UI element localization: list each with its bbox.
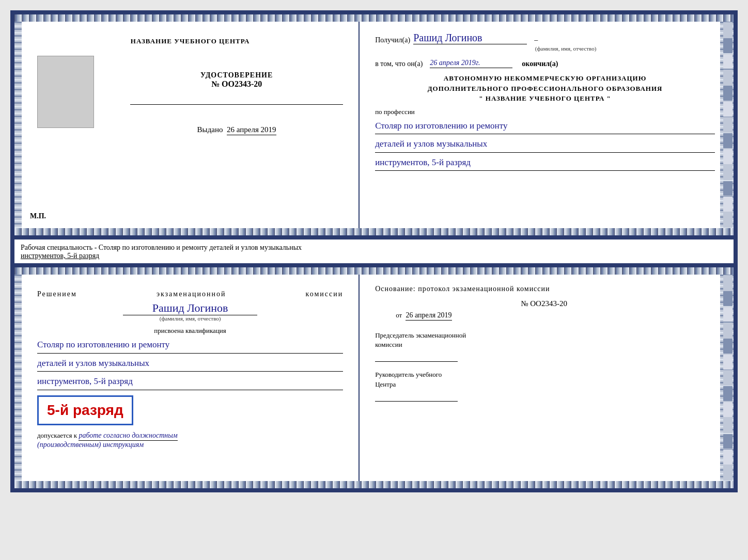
school-name-top: НАЗВАНИЕ УЧЕБНОГО ЦЕНТРА bbox=[131, 37, 250, 45]
head-signature-line bbox=[375, 391, 458, 402]
from-date-bottom: от 26 апреля 2019 bbox=[396, 311, 713, 321]
fio-sublabel-bottom: (фамилия, имя, отчество) bbox=[37, 315, 343, 322]
qualification-label: присвоена квалификация bbox=[154, 327, 226, 335]
org-line1: АВТОНОМНУЮ НЕКОММЕРЧЕСКУЮ ОРГАНИЗАЦИЮ bbox=[375, 73, 715, 84]
grade-box: 5-й разряд bbox=[37, 395, 133, 425]
bottom-right-panel: Основание: протокол экзаменационной коми… bbox=[360, 275, 734, 481]
profession-line1-top: Столяр по изготовлению и ремонту bbox=[375, 118, 715, 135]
bottom-cert-bottom-stripe bbox=[14, 481, 734, 488]
middle-label-underline: инструментов, 5-й разряд bbox=[21, 252, 99, 260]
chairman-signature-line bbox=[375, 351, 458, 362]
date-line: в том, что он(а) 26 апреля 2019г. окончи… bbox=[375, 59, 715, 68]
issued-label: Выдано bbox=[197, 125, 223, 134]
received-label: Получил(а) bbox=[375, 36, 410, 44]
finished-label: окончил(а) bbox=[522, 60, 558, 68]
page-wrapper: НАЗВАНИЕ УЧЕБНОГО ЦЕНТРА УДОСТОВЕРЕНИЕ №… bbox=[10, 10, 738, 492]
qual-line3: инструментов, 5-й разряд bbox=[37, 374, 343, 390]
date-label: в том, что он(а) bbox=[375, 60, 423, 68]
profession-line2-top: деталей и узлов музыкальных bbox=[375, 136, 715, 153]
допускается-block: допускается к работе согласно должностны… bbox=[37, 431, 178, 449]
qual-line2: деталей и узлов музыкальных bbox=[37, 356, 343, 372]
osnov-title: Основание: протокол экзаменационной коми… bbox=[375, 285, 713, 293]
bottom-side-stripes bbox=[722, 275, 734, 481]
bottom-recipient-block: Рашид Логинов (фамилия, имя, отчество) bbox=[37, 301, 343, 322]
issued-line: Выдано 26 апреля 2019 bbox=[130, 125, 343, 135]
bottom-left-panel: Решением экзаменационной комиссии Рашид … bbox=[14, 275, 360, 481]
bottom-recipient-name: Рашид Логинов bbox=[123, 301, 257, 315]
profession-label-top: по профессии bbox=[375, 108, 715, 116]
issued-date: 26 апреля 2019 bbox=[227, 125, 276, 135]
chairman-label2: комиссии bbox=[375, 340, 713, 349]
cert-label: УДОСТОВЕРЕНИЕ bbox=[130, 71, 343, 79]
head-label: Руководитель учебного bbox=[375, 370, 713, 379]
mp-label: М.П. bbox=[30, 212, 46, 220]
middle-label-text: Рабочая специальность - Столяр по изгото… bbox=[21, 244, 302, 251]
protocol-number-bottom: № OO2343-20 bbox=[375, 299, 713, 308]
head-label2: Центра bbox=[375, 380, 713, 389]
допускается-value: работе согласно должностным bbox=[79, 431, 177, 441]
commission-decision: Решением экзаменационной комиссии bbox=[37, 290, 343, 298]
cert-inner-bottom: Решением экзаменационной комиссии Рашид … bbox=[14, 275, 734, 481]
side-stripes bbox=[722, 22, 734, 228]
from-date-value: 26 апреля 2019 bbox=[406, 311, 451, 321]
cert-inner-top: НАЗВАНИЕ УЧЕБНОГО ЦЕНТРА УДОСТОВЕРЕНИЕ №… bbox=[14, 22, 734, 228]
head-block: Руководитель учебного Центра bbox=[375, 370, 713, 401]
top-left-panel: НАЗВАНИЕ УЧЕБНОГО ЦЕНТРА УДОСТОВЕРЕНИЕ №… bbox=[14, 22, 360, 228]
received-line: Получил(а) Рашид Логинов – bbox=[375, 32, 715, 44]
chairman-label: Председатель экзаменационной bbox=[375, 331, 713, 340]
grade-text: 5-й разряд bbox=[47, 402, 123, 418]
recipient-name-top: Рашид Логинов bbox=[413, 32, 527, 44]
org-name-quoted: " НАЗВАНИЕ УЧЕБНОГО ЦЕНТРА " bbox=[375, 93, 715, 104]
profession-line3-top: инструментов, 5-й разряд bbox=[375, 155, 715, 171]
org-title-block: АВТОНОМНУЮ НЕКОММЕРЧЕСКУЮ ОРГАНИЗАЦИЮ ДО… bbox=[375, 73, 715, 104]
from-label: от bbox=[396, 311, 402, 319]
cert-number: № OO2343-20 bbox=[130, 79, 343, 89]
top-right-panel: Получил(а) Рашид Логинов – (фамилия, имя… bbox=[360, 22, 734, 228]
photo-placeholder bbox=[37, 56, 94, 128]
cert-info-block: УДОСТОВЕРЕНИЕ № OO2343-20 Выдано 26 апре… bbox=[130, 71, 343, 135]
bottom-stripe-top-cert bbox=[14, 228, 734, 235]
qual-line1: Столяр по изготовлению и ремонту bbox=[37, 337, 343, 354]
date-value: 26 апреля 2019г. bbox=[430, 59, 512, 68]
cert-number-block: УДОСТОВЕРЕНИЕ № OO2343-20 bbox=[130, 71, 343, 89]
top-stripe bbox=[14, 14, 734, 22]
допускается-value2: (производственным) инструкциям bbox=[37, 441, 144, 449]
допускается-label: допускается к bbox=[37, 431, 77, 439]
top-certificate: НАЗВАНИЕ УЧЕБНОГО ЦЕНТРА УДОСТОВЕРЕНИЕ №… bbox=[10, 10, 738, 239]
divider-1 bbox=[130, 104, 343, 105]
bottom-top-stripe bbox=[14, 267, 734, 275]
fio-sublabel-top: (фамилия, имя, отчество) bbox=[416, 45, 715, 52]
bottom-certificate: Решением экзаменационной комиссии Рашид … bbox=[10, 263, 738, 492]
middle-label-bar: Рабочая специальность - Столяр по изгото… bbox=[10, 239, 738, 263]
chairman-block: Председатель экзаменационной комиссии bbox=[375, 331, 713, 362]
org-line2: ДОПОЛНИТЕЛЬНОГО ПРОФЕССИОНАЛЬНОГО ОБРАЗО… bbox=[375, 84, 715, 94]
